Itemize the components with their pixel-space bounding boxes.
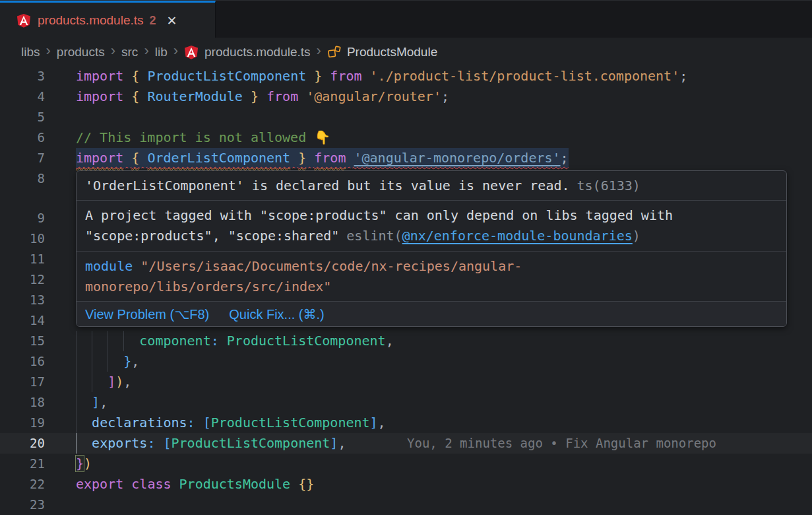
code-text: ], [76, 392, 108, 413]
hover-eslint-diagnostic: A project tagged with "scope:products" c… [77, 201, 786, 252]
diagnostic-message-line2: "scope:products", "scope:shared"eslint(@… [85, 226, 778, 246]
module-keyword: module [85, 258, 133, 274]
chevron-right-icon: › [173, 44, 178, 58]
code-text: export class ProductsModule {} [76, 474, 314, 495]
line-number[interactable]: 20 [0, 433, 45, 454]
tab-bar: products.module.ts 2 ✕ [0, 0, 812, 38]
line-number[interactable]: 9 [0, 208, 45, 228]
code-text: exports: [ProductListComponent], [76, 433, 346, 454]
breadcrumb-item-symbol[interactable]: ProductsModule [347, 45, 437, 59]
chevron-right-icon: › [46, 44, 51, 58]
breadcrumb: libs › products › src › lib › products.m… [0, 38, 812, 66]
code-text: // This import is not allowed 👇 [76, 127, 330, 148]
line-number[interactable]: 11 [0, 249, 45, 269]
line-number[interactable]: 7 [0, 148, 45, 168]
code-line-23: 23 [0, 495, 812, 515]
hover-module-definition: module "/Users/isaac/Documents/code/nx-r… [77, 252, 786, 302]
breadcrumb-item-lib[interactable]: lib [155, 45, 168, 59]
code-line-15: 15 component: ProductListComponent, [0, 331, 812, 351]
code-line-16: 16 }, [0, 351, 812, 372]
code-text: ]), [76, 372, 131, 392]
line-number[interactable]: 10 [0, 228, 45, 249]
line-number[interactable]: 14 [0, 310, 45, 331]
class-icon [327, 45, 342, 59]
line-number[interactable]: 5 [0, 107, 45, 127]
code-line-3: 3import { ProductListComponent } from '.… [0, 66, 812, 86]
line-number[interactable]: 3 [0, 66, 45, 86]
diagnostic-message-line1: A project tagged with "scope:products" c… [85, 205, 778, 226]
line-number[interactable]: 8 [0, 168, 45, 189]
line-number[interactable]: 4 [0, 86, 45, 107]
breadcrumb-item-src[interactable]: src [121, 45, 138, 59]
code-text: component: ProductListComponent, [76, 331, 394, 351]
code-text: }) [76, 454, 92, 474]
chevron-right-icon: › [144, 44, 148, 58]
code-text: }, [76, 351, 139, 372]
code-line-21: 21}) [0, 454, 812, 474]
line-number[interactable]: 12 [0, 269, 45, 290]
tab-title: products.module.ts [38, 13, 144, 28]
diagnostic-source: ts(6133) [577, 178, 640, 193]
code-line-22: 22export class ProductsModule {} [0, 474, 812, 495]
code-text: import { ProductListComponent } from './… [76, 66, 687, 86]
line-number[interactable]: 17 [0, 372, 45, 392]
hover-tooltip: 'OrderListComponent' is declared but its… [76, 170, 787, 327]
code-line-19: 19 declarations: [ProductListComponent], [0, 413, 812, 433]
line-number[interactable]: 15 [0, 331, 45, 351]
code-text: import { OrderListComponent } from '@ang… [76, 148, 569, 168]
breadcrumb-item-libs[interactable]: libs [21, 45, 40, 59]
chevron-right-icon: › [317, 44, 321, 58]
line-number[interactable]: 6 [0, 127, 45, 148]
code-text: declarations: [ProductListComponent], [76, 413, 386, 433]
diagnostic-message: 'OrderListComponent' is declared but its… [85, 178, 570, 193]
code-line-7: 7import { OrderListComponent } from '@an… [0, 148, 812, 168]
vscode-window: products.module.ts 2 ✕ libs › products ›… [0, 0, 812, 515]
eslint-rule-link[interactable]: @nx/enforce-module-boundaries [402, 228, 633, 244]
code-text: import { RouterModule } from '@angular/r… [76, 86, 449, 107]
quick-fix-action[interactable]: Quick Fix... (⌘.) [229, 306, 324, 322]
line-number[interactable]: 22 [0, 474, 45, 495]
hover-status-bar: View Problem (⌥F8) Quick Fix... (⌘.) [77, 302, 786, 326]
breadcrumb-item-products[interactable]: products [57, 45, 105, 59]
code-line-5: 5 [0, 107, 812, 127]
line-number[interactable]: 18 [0, 392, 45, 413]
line-number[interactable]: 16 [0, 351, 45, 372]
git-blame-annotation: You, 2 minutes ago • Fix Angular monorep… [407, 433, 716, 454]
view-problem-action[interactable]: View Problem (⌥F8) [85, 306, 209, 322]
tab-products-module[interactable]: products.module.ts 2 ✕ [0, 1, 216, 38]
line-number[interactable]: 21 [0, 454, 45, 474]
hover-ts-diagnostic: 'OrderListComponent' is declared but its… [77, 171, 786, 201]
code-line-20: 20 exports: [ProductListComponent],You, … [0, 433, 812, 454]
code-line-18: 18 ], [0, 392, 812, 413]
code-line-17: 17 ]), [0, 372, 812, 392]
chevron-right-icon: › [111, 44, 115, 58]
diagnostic-source-prefix: eslint( [346, 228, 402, 244]
code-line-4: 4import { RouterModule } from '@angular/… [0, 86, 812, 107]
diagnostic-source-suffix: ) [633, 228, 640, 244]
module-path: "/Users/isaac/Documents/code/nx-recipes/… [85, 258, 522, 294]
line-number[interactable]: 19 [0, 413, 45, 433]
angular-icon [16, 13, 31, 28]
breadcrumb-item-file[interactable]: products.module.ts [204, 45, 311, 59]
line-number[interactable]: 23 [0, 495, 45, 515]
line-number[interactable]: 13 [0, 290, 45, 310]
code-line-6: 6// This import is not allowed 👇 [0, 127, 812, 148]
tab-problem-count: 2 [150, 14, 156, 28]
close-icon[interactable]: ✕ [167, 13, 177, 28]
angular-icon [184, 45, 199, 59]
